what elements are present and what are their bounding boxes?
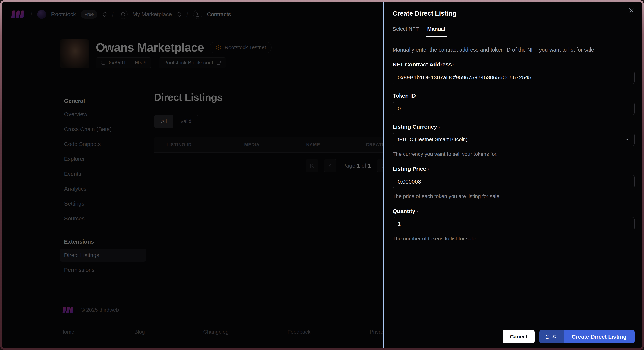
swap-arrows-icon — [552, 334, 557, 340]
field-nft-contract-address: NFT Contract Address* — [392, 61, 635, 84]
chevron-down-icon — [624, 137, 630, 142]
screen: / Rootstock Free / My Marketplace — [2, 2, 642, 348]
field-helper: The currency you want to sell your token… — [392, 151, 635, 157]
window-frame: / Rootstock Free / My Marketplace — [0, 0, 644, 350]
field-quantity: Quantity* The number of tokens to list f… — [392, 208, 635, 242]
drawer-description: Manually enter the contract address and … — [392, 47, 635, 53]
required-mark: * — [417, 95, 418, 98]
field-listing-price: Listing Price* The price of each token y… — [392, 166, 635, 199]
drawer-footer: Cancel 2 Create Direct Listing — [502, 330, 635, 344]
close-icon[interactable] — [628, 7, 635, 14]
create-direct-listing-button[interactable]: Create Direct Listing — [564, 330, 635, 344]
drawer-title: Create Direct Listing — [392, 2, 635, 17]
required-mark: * — [417, 210, 418, 214]
field-token-id: Token ID* — [392, 92, 635, 115]
required-mark: * — [428, 168, 429, 171]
field-listing-currency: Listing Currency* tRBTC (Testnet Smart B… — [392, 124, 635, 157]
token-id-input[interactable] — [392, 102, 635, 115]
cancel-button[interactable]: Cancel — [502, 330, 534, 344]
listing-currency-select[interactable]: tRBTC (Testnet Smart Bitcoin) — [392, 133, 635, 146]
required-mark: * — [438, 126, 440, 129]
field-label: Quantity — [392, 208, 415, 214]
listing-currency-value: tRBTC (Testnet Smart Bitcoin) — [398, 136, 468, 142]
field-label: Listing Currency — [392, 124, 437, 130]
create-direct-listing-drawer: Create Direct Listing Select NFT Manual … — [383, 2, 642, 348]
field-label: NFT Contract Address — [392, 61, 452, 68]
field-helper: The price of each token you are listing … — [392, 193, 635, 199]
tx-count: 2 — [546, 334, 549, 340]
nft-contract-address-input[interactable] — [392, 71, 635, 84]
tab-select-nft[interactable]: Select NFT — [392, 26, 419, 37]
required-mark: * — [453, 64, 454, 67]
submit-split-button: 2 Create Direct Listing — [540, 330, 635, 344]
field-label: Token ID — [392, 92, 416, 99]
field-label: Listing Price — [392, 166, 426, 172]
drawer-tabs: Select NFT Manual — [392, 26, 635, 37]
field-helper: The number of tokens to list for sale. — [392, 236, 635, 242]
tab-manual[interactable]: Manual — [427, 26, 445, 37]
listing-price-input[interactable] — [392, 175, 635, 188]
tx-count-button[interactable]: 2 — [540, 330, 564, 344]
quantity-input[interactable] — [392, 217, 635, 231]
